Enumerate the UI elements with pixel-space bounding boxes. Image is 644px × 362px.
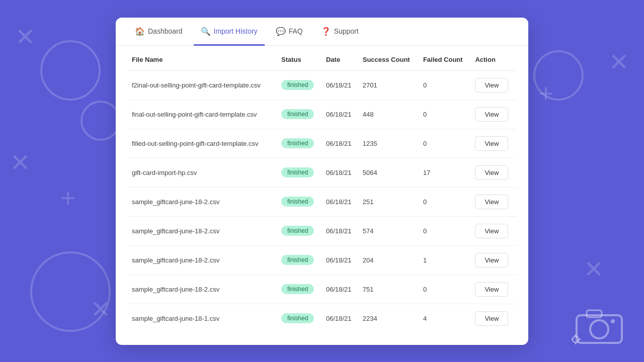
table-row: f2inal-out-selling-point-gift-card-templ… (128, 70, 516, 100)
cell-date: 06/18/21 (322, 304, 359, 333)
cell-date: 06/18/21 (322, 275, 359, 304)
nav-item-dashboard[interactable]: 🏠 Dashboard (128, 18, 190, 46)
view-button[interactable]: View (475, 311, 508, 326)
bg-x-2: ✕ (91, 298, 111, 322)
cell-action: View (471, 304, 516, 333)
cell-status: finished (277, 187, 322, 216)
cell-failed-count: 0 (419, 187, 471, 216)
view-button[interactable]: View (475, 224, 508, 238)
cell-action: View (471, 187, 516, 216)
bg-circle-4 (533, 50, 584, 101)
cell-filename: gift-card-import-hp.csv (128, 158, 277, 187)
view-button[interactable]: View (475, 136, 508, 151)
cell-success-count: 2234 (359, 304, 419, 333)
cell-date: 06/18/21 (322, 100, 359, 129)
cell-date: 06/18/21 (322, 158, 359, 187)
cell-date: 06/18/21 (322, 245, 359, 275)
nav-item-import-history[interactable]: 🔍 Import History (194, 18, 265, 46)
table-row: filled-out-selling-point-gift-card-templ… (128, 129, 516, 158)
table-row: sample_giftcard-june-18-2.csv finished 0… (128, 216, 516, 245)
cell-action: View (471, 216, 516, 245)
bg-x-3: ✕ (10, 151, 30, 175)
bg-circle-1 (40, 40, 101, 101)
cell-failed-count: 0 (419, 129, 471, 158)
view-button[interactable]: View (475, 282, 508, 297)
bg-x-5: ✕ (609, 50, 629, 74)
cell-success-count: 574 (359, 216, 419, 245)
cell-status: finished (277, 245, 322, 275)
bg-x-4: ✕ (584, 257, 604, 282)
main-card: 🏠 Dashboard 🔍 Import History 💬 FAQ ❓ Sup… (116, 18, 528, 345)
table-row: sample_giftcard-june-18-2.csv finished 0… (128, 275, 516, 304)
cell-failed-count: 17 (419, 158, 471, 187)
cell-action: View (471, 158, 516, 187)
col-header-filename: File Name (128, 46, 277, 71)
bg-circle-2 (80, 101, 121, 141)
cell-success-count: 251 (359, 187, 419, 216)
cell-failed-count: 1 (419, 245, 471, 275)
cell-filename: filled-out-selling-point-gift-card-templ… (128, 129, 277, 158)
cell-filename: sample_giftcard-june-18-1.csv (128, 304, 277, 333)
cell-success-count: 448 (359, 100, 419, 129)
cell-status: finished (277, 70, 322, 100)
view-button[interactable]: View (475, 253, 508, 267)
nav-item-faq[interactable]: 💬 FAQ (269, 18, 310, 46)
cell-success-count: 1235 (359, 129, 419, 158)
cell-action: View (471, 100, 516, 129)
col-header-action: Action (471, 46, 516, 71)
nav-label-import-history: Import History (214, 27, 258, 35)
col-header-success: Success Count (359, 46, 419, 71)
bg-x-1: ✕ (15, 25, 35, 49)
cell-success-count: 204 (359, 245, 419, 275)
view-button[interactable]: View (475, 165, 508, 180)
cell-success-count: 5064 (359, 158, 419, 187)
table-row: sample_giftcard-june-18-2.csv finished 0… (128, 245, 516, 275)
bg-plus-1: + (538, 80, 553, 107)
nav-label-dashboard: Dashboard (148, 27, 183, 35)
cell-failed-count: 4 (419, 304, 471, 333)
import-history-table: File Name Status Date Success Count Fail… (128, 46, 516, 333)
cell-success-count: 2701 (359, 70, 419, 100)
svg-point-3 (611, 319, 615, 323)
cell-filename: final-out-selling-point-gift-card-templa… (128, 100, 277, 129)
cell-action: View (471, 70, 516, 100)
status-badge: finished (281, 255, 314, 265)
faq-icon: 💬 (276, 27, 286, 36)
status-badge: finished (281, 80, 314, 90)
status-badge: finished (281, 313, 314, 323)
table-row: final-out-selling-point-gift-card-templa… (128, 100, 516, 129)
view-button[interactable]: View (475, 195, 508, 209)
cell-status: finished (277, 216, 322, 245)
nav-label-support: Support (334, 27, 359, 35)
cell-failed-count: 0 (419, 216, 471, 245)
cell-date: 06/18/21 (322, 70, 359, 100)
status-badge: finished (281, 284, 314, 294)
cell-action: View (471, 245, 516, 275)
cell-date: 06/18/21 (322, 129, 359, 158)
cell-action: View (471, 129, 516, 158)
nav-label-faq: FAQ (289, 27, 303, 35)
bg-circle-3 (30, 251, 111, 332)
cell-date: 06/18/21 (322, 216, 359, 245)
cell-failed-count: 0 (419, 275, 471, 304)
cell-status: finished (277, 275, 322, 304)
nav-item-support[interactable]: ❓ Support (314, 18, 366, 46)
view-button[interactable]: View (475, 78, 508, 93)
status-badge: finished (281, 226, 314, 236)
cell-filename: sample_giftcard-june-18-2.csv (128, 187, 277, 216)
view-button[interactable]: View (475, 107, 508, 122)
status-badge: finished (281, 138, 314, 148)
table-row: sample_giftcard-june-18-2.csv finished 0… (128, 187, 516, 216)
cell-filename: f2inal-out-selling-point-gift-card-templ… (128, 70, 277, 100)
cell-failed-count: 0 (419, 100, 471, 129)
bg-plus-3: + (60, 185, 75, 211)
cell-filename: sample_giftcard-june-18-2.csv (128, 216, 277, 245)
cell-status: finished (277, 304, 322, 333)
svg-point-1 (590, 320, 608, 338)
cell-action: View (471, 275, 516, 304)
support-icon: ❓ (321, 27, 331, 36)
col-header-date: Date (322, 46, 359, 71)
camera-decoration (572, 305, 632, 350)
status-badge: finished (281, 197, 314, 207)
dashboard-icon: 🏠 (135, 27, 145, 36)
